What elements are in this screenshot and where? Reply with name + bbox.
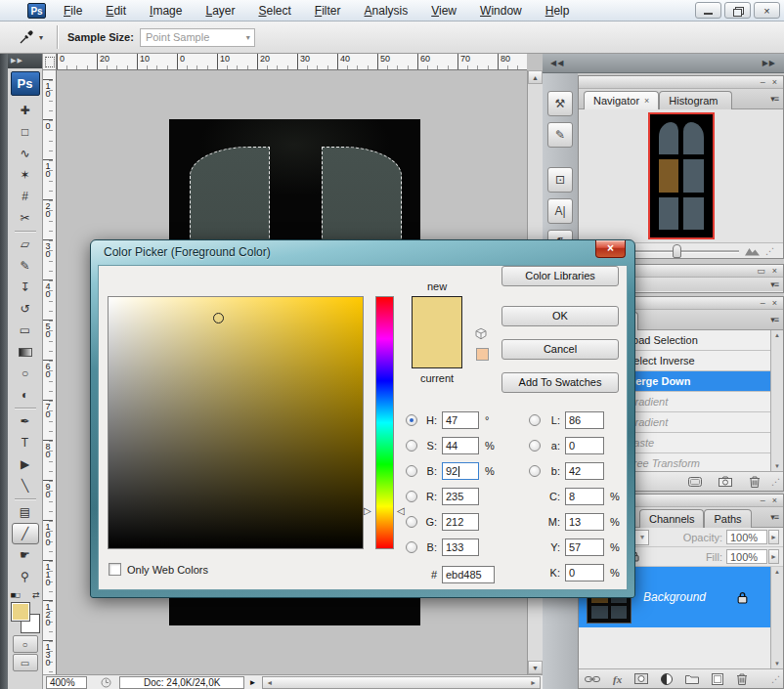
field-input[interactable]: 8 xyxy=(565,488,604,505)
saturation-brightness-field[interactable] xyxy=(108,296,364,549)
field-input[interactable]: 92 xyxy=(442,462,479,480)
tool-presets-icon[interactable]: ⚒ xyxy=(547,91,573,116)
navigator-thumbnail[interactable] xyxy=(648,112,715,239)
scroll-up-icon[interactable]: ▲ xyxy=(774,332,780,338)
magic-wand-tool[interactable]: ✶ xyxy=(12,164,39,186)
maximize-panel-icon[interactable]: ▭ xyxy=(757,266,765,276)
layer-name[interactable]: Background xyxy=(643,590,706,604)
field-input[interactable]: 0 xyxy=(565,437,604,454)
zoom-level-field[interactable]: 400% xyxy=(46,676,87,689)
field-input[interactable]: 235 xyxy=(442,488,479,505)
move-tool[interactable]: ✚ xyxy=(12,100,39,121)
trash-icon[interactable] xyxy=(749,475,761,488)
eraser-tool[interactable]: ▭ xyxy=(12,320,39,341)
blur-tool[interactable]: ○ xyxy=(12,363,39,384)
scroll-down-icon[interactable]: ▼ xyxy=(774,463,780,469)
zoom-in-icon[interactable] xyxy=(745,246,760,256)
menu-item[interactable]: Layer xyxy=(194,2,246,20)
layers-scrollbar[interactable]: ▲ ▼ xyxy=(770,567,783,668)
dodge-tool[interactable]: ◐ xyxy=(12,384,39,406)
menu-item[interactable]: Image xyxy=(138,2,194,20)
field-input[interactable]: 212 xyxy=(442,513,479,531)
tab-paths[interactable]: Paths xyxy=(704,509,751,528)
ok-button[interactable]: OK xyxy=(501,306,619,326)
close-panel-icon[interactable]: × xyxy=(772,298,777,308)
actions-scrollbar[interactable]: ▲ ▼ xyxy=(770,330,783,471)
zoom-slider-thumb[interactable] xyxy=(673,244,681,258)
field-radio[interactable] xyxy=(406,465,417,477)
default-colors-icon[interactable]: ◼◻ xyxy=(11,591,21,599)
sample-size-select[interactable]: Point Sample ▾ xyxy=(140,28,255,47)
tab-channels[interactable]: Channels xyxy=(639,509,704,528)
add-to-swatches-button[interactable]: Add To Swatches xyxy=(501,372,619,393)
doc-size-indicator[interactable]: Doc: 24,0K/24,0K xyxy=(119,676,244,689)
field-input[interactable]: 86 xyxy=(565,411,604,429)
scroll-up-icon[interactable]: ▲ xyxy=(774,569,780,575)
close-panel-icon[interactable]: × xyxy=(772,77,777,87)
minimize-panel-icon[interactable]: – xyxy=(761,298,765,308)
menu-item[interactable]: View xyxy=(419,2,468,20)
field-input[interactable]: 57 xyxy=(565,538,604,556)
fill-field[interactable]: 100% xyxy=(726,549,767,564)
field-input[interactable]: 0 xyxy=(565,564,604,581)
toolbar-collapse-button[interactable]: ▶▶ xyxy=(8,54,42,68)
button-mode-icon[interactable] xyxy=(688,477,702,487)
scroll-up-icon[interactable]: ▲ xyxy=(528,70,543,84)
tab-histogram[interactable]: Histogram xyxy=(659,91,732,109)
panel-menu-icon[interactable]: ▾≡ xyxy=(770,94,778,104)
scroll-right-icon[interactable]: ► xyxy=(530,679,537,686)
quick-mask-button[interactable]: ○ xyxy=(13,635,38,653)
trash-icon[interactable] xyxy=(736,672,748,685)
field-radio[interactable] xyxy=(529,414,541,426)
scroll-left-icon[interactable]: ◄ xyxy=(266,679,273,686)
record-snapshot-icon[interactable] xyxy=(719,476,732,487)
panel-menu-icon[interactable]: ▾≡ xyxy=(770,512,778,522)
field-radio[interactable] xyxy=(529,440,541,452)
adjustment-layer-icon[interactable] xyxy=(661,673,673,685)
hue-slider-arrow-left[interactable]: ▷ xyxy=(364,506,371,516)
panel-menu-icon[interactable]: ▾≡ xyxy=(770,280,778,289)
screen-mode-button[interactable]: ▭ xyxy=(13,654,38,671)
menu-item[interactable]: Edit xyxy=(94,2,138,20)
dialog-close-button[interactable]: × xyxy=(595,240,626,258)
expand-dock-icon[interactable]: ▶▶ xyxy=(762,59,776,67)
swap-colors-icon[interactable]: ⇄ xyxy=(32,590,40,600)
web-gamut-cube-icon[interactable] xyxy=(474,327,488,340)
character-panel-icon[interactable]: A| xyxy=(547,198,573,224)
clone-stamp-tool[interactable]: ↧ xyxy=(12,277,39,298)
ps-logo-button[interactable]: Ps xyxy=(11,71,40,96)
close-panel-icon[interactable]: × xyxy=(772,266,777,276)
opacity-flyout-icon[interactable]: ► xyxy=(768,530,779,544)
foreground-color-swatch[interactable] xyxy=(11,602,30,622)
field-radio[interactable] xyxy=(406,414,417,426)
path-selection-tool[interactable]: ▶ xyxy=(12,453,39,475)
history-brush-tool[interactable]: ↺ xyxy=(12,298,39,320)
field-input[interactable]: 13 xyxy=(565,513,604,531)
minimize-panel-icon[interactable]: – xyxy=(761,495,765,505)
color-libraries-button[interactable]: Color Libraries xyxy=(501,266,619,286)
gradient-tool[interactable] xyxy=(12,341,39,363)
close-panel-icon[interactable]: × xyxy=(772,495,777,505)
horizontal-scrollbar[interactable]: ◄ ► xyxy=(262,676,541,689)
crop-tool[interactable]: # xyxy=(12,186,39,207)
resize-grip[interactable]: ⋰ xyxy=(765,246,774,256)
layer-group-icon[interactable] xyxy=(685,674,699,684)
field-radio[interactable] xyxy=(406,541,417,553)
field-input[interactable]: 42 xyxy=(565,462,604,480)
layer-mask-icon[interactable] xyxy=(634,673,648,684)
opacity-field[interactable]: 100% xyxy=(726,530,767,544)
cancel-button[interactable]: Cancel xyxy=(501,339,619,360)
menu-item[interactable]: File xyxy=(52,2,94,20)
hue-slider-arrow-right[interactable]: ◁ xyxy=(397,506,405,516)
rectangular-marquee-tool[interactable]: □ xyxy=(12,121,39,143)
field-input[interactable]: 47 xyxy=(442,411,479,429)
menu-item[interactable]: Analysis xyxy=(353,2,420,20)
scroll-down-icon[interactable]: ▼ xyxy=(528,661,543,674)
menu-item[interactable]: Filter xyxy=(303,2,353,20)
zoom-tool[interactable]: ⚲ xyxy=(12,566,39,587)
menu-item[interactable]: Window xyxy=(468,2,534,20)
field-radio[interactable] xyxy=(406,516,417,528)
slice-tool[interactable]: ✂ xyxy=(12,207,39,229)
new-layer-icon[interactable] xyxy=(712,673,723,685)
gamut-color-swatch[interactable] xyxy=(476,348,489,361)
